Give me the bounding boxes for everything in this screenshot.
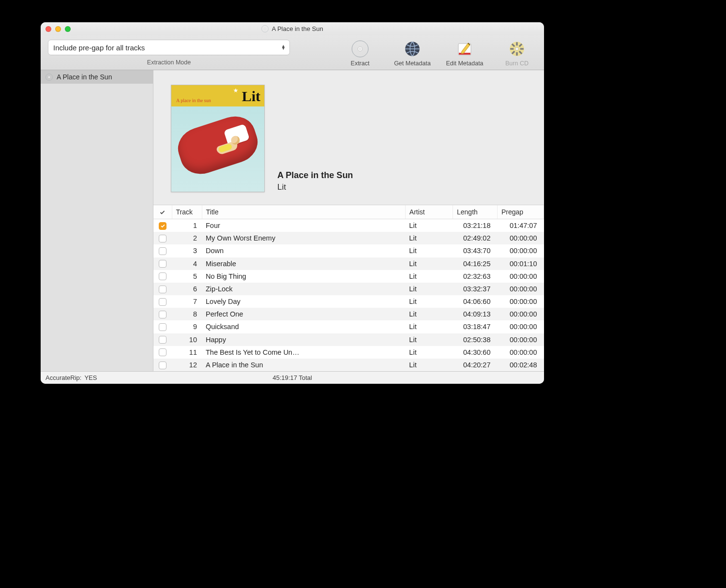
table-row[interactable]: 6Zip-LockLit03:32:3700:00:00 xyxy=(153,283,544,295)
track-number: 2 xyxy=(172,232,202,244)
track-checkbox[interactable] xyxy=(159,362,166,369)
window-controls xyxy=(45,26,71,32)
track-length: 04:16:25 xyxy=(453,257,498,270)
toolbar: Include pre-gap for all tracks ▲▼ Extrac… xyxy=(41,36,544,70)
track-pregap: 00:00:00 xyxy=(498,283,544,295)
table-row[interactable]: 4MiserableLit04:16:2500:01:10 xyxy=(153,257,544,270)
track-length: 04:06:60 xyxy=(453,295,498,308)
track-number: 6 xyxy=(172,283,202,295)
track-title: My Own Worst Enemy xyxy=(202,232,405,244)
track-checkbox[interactable] xyxy=(159,323,166,331)
track-title: The Best Is Yet to Come Un… xyxy=(202,346,405,359)
track-length: 04:30:60 xyxy=(453,346,498,359)
column-track[interactable]: Track xyxy=(172,205,202,219)
status-bar: AccurateRip: YES 45:19:17 Total xyxy=(41,371,544,384)
table-row[interactable]: 2My Own Worst EnemyLit02:49:0200:00:00 xyxy=(153,232,544,244)
track-pregap: 00:00:00 xyxy=(498,270,544,283)
accuraterip-value: YES xyxy=(84,374,97,381)
table-row[interactable]: 11The Best Is Yet to Come Un…Lit04:30:60… xyxy=(153,346,544,359)
accuraterip-label: AccurateRip: xyxy=(45,374,81,381)
sidebar-item-disc[interactable]: A Place in the Sun xyxy=(41,70,153,84)
track-length: 02:49:02 xyxy=(453,232,498,244)
track-number: 9 xyxy=(172,320,202,333)
track-checkbox[interactable] xyxy=(159,286,166,293)
track-title: Lovely Day xyxy=(202,295,405,308)
sidebar: A Place in the Sun xyxy=(41,70,153,371)
track-number: 5 xyxy=(172,270,202,283)
table-row[interactable]: 9QuicksandLit03:18:4700:00:00 xyxy=(153,320,544,333)
track-artist: Lit xyxy=(405,257,453,270)
track-checkbox[interactable] xyxy=(159,272,166,280)
track-checkbox[interactable] xyxy=(159,222,166,230)
track-checkbox[interactable] xyxy=(159,311,166,318)
track-length: 02:50:38 xyxy=(453,333,498,346)
track-pregap: 00:00:00 xyxy=(498,232,544,244)
album-artwork[interactable]: Lit A place in the sun xyxy=(171,85,265,192)
track-title: Perfect One xyxy=(202,308,405,320)
track-title: No Big Thing xyxy=(202,270,405,283)
extract-button[interactable]: Extract xyxy=(338,40,382,67)
table-row[interactable]: 7Lovely DayLit04:06:6000:00:00 xyxy=(153,295,544,308)
track-pregap: 00:00:00 xyxy=(498,244,544,257)
track-pregap: 00:00:00 xyxy=(498,333,544,346)
track-title: Quicksand xyxy=(202,320,405,333)
track-pregap: 00:01:10 xyxy=(498,257,544,270)
column-pregap[interactable]: Pregap xyxy=(498,205,544,219)
track-checkbox[interactable] xyxy=(159,336,166,344)
table-row[interactable]: 3DownLit03:43:7000:00:00 xyxy=(153,244,544,257)
track-artist: Lit xyxy=(405,232,453,244)
extraction-mode-select[interactable]: Include pre-gap for all tracks ▲▼ xyxy=(48,40,290,55)
column-title[interactable]: Title xyxy=(202,205,405,219)
table-row[interactable]: 10HappyLit02:50:3800:00:00 xyxy=(153,333,544,346)
track-length: 03:32:37 xyxy=(453,283,498,295)
track-artist: Lit xyxy=(405,219,453,232)
track-title: Down xyxy=(202,244,405,257)
track-length: 03:43:70 xyxy=(453,244,498,257)
zoom-button[interactable] xyxy=(65,26,71,32)
burn-icon xyxy=(509,41,525,57)
main-panel: Lit A place in the sun A Place in the Su… xyxy=(153,70,544,371)
track-number: 3 xyxy=(172,244,202,257)
table-row[interactable]: 12A Place in the SunLit04:20:2700:02:48 xyxy=(153,359,544,371)
cd-icon xyxy=(45,74,53,81)
total-time: 45:19:17 Total xyxy=(41,374,544,381)
cover-logo-text: Lit xyxy=(242,88,260,105)
track-title: Happy xyxy=(202,333,405,346)
track-checkbox[interactable] xyxy=(159,260,166,268)
track-pregap: 01:47:07 xyxy=(498,219,544,232)
cd-extract-icon xyxy=(351,40,369,58)
track-number: 1 xyxy=(172,219,202,232)
track-checkbox[interactable] xyxy=(159,348,166,356)
cover-subtitle-text: A place in the sun xyxy=(176,98,211,103)
track-number: 7 xyxy=(172,295,202,308)
track-number: 8 xyxy=(172,308,202,320)
svg-rect-5 xyxy=(459,53,470,55)
column-length[interactable]: Length xyxy=(453,205,498,219)
table-row[interactable]: 1FourLit03:21:1801:47:07 xyxy=(153,219,544,232)
column-check[interactable] xyxy=(153,205,172,219)
get-metadata-button[interactable]: Get Metadata xyxy=(390,40,435,67)
minimize-button[interactable] xyxy=(55,26,61,32)
track-artist: Lit xyxy=(405,308,453,320)
column-artist[interactable]: Artist xyxy=(405,205,453,219)
close-button[interactable] xyxy=(45,26,51,32)
table-row[interactable]: 8Perfect OneLit04:09:1300:00:00 xyxy=(153,308,544,320)
table-row[interactable]: 5No Big ThingLit02:32:6300:00:00 xyxy=(153,270,544,283)
burn-cd-button: Burn CD xyxy=(495,40,539,67)
track-length: 03:18:47 xyxy=(453,320,498,333)
track-title: Miserable xyxy=(202,257,405,270)
titlebar[interactable]: A Place in the Sun xyxy=(41,22,544,36)
track-title: Zip-Lock xyxy=(202,283,405,295)
globe-icon xyxy=(404,41,421,57)
sidebar-item-label: A Place in the Sun xyxy=(57,73,112,81)
track-artist: Lit xyxy=(405,320,453,333)
chevron-updown-icon: ▲▼ xyxy=(281,45,286,50)
track-checkbox[interactable] xyxy=(159,247,166,255)
track-length: 04:20:27 xyxy=(453,359,498,371)
track-table[interactable]: Track Title Artist Length Pregap 1FourLi… xyxy=(153,205,544,371)
track-checkbox[interactable] xyxy=(159,298,166,306)
app-window: A Place in the Sun Include pre-gap for a… xyxy=(41,22,544,384)
track-checkbox[interactable] xyxy=(159,235,166,242)
edit-metadata-button[interactable]: Edit Metadata xyxy=(442,40,487,67)
table-header-row: Track Title Artist Length Pregap xyxy=(153,205,544,219)
